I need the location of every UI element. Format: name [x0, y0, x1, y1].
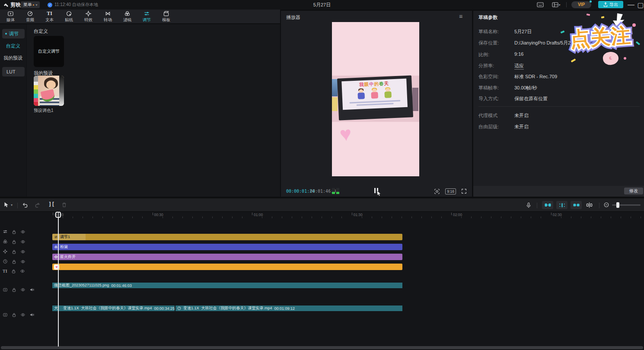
minimize-button[interactable]: — [627, 1, 635, 8]
audio-icon [27, 10, 33, 17]
eye-icon[interactable] [20, 249, 26, 254]
split-track-icon[interactable] [586, 202, 593, 208]
split-tool[interactable]: ][ [48, 201, 54, 207]
field-frame-rate: 草稿帧率:30.00帧/秒 [478, 85, 638, 92]
player-menu-icon[interactable]: ≡ [459, 13, 462, 20]
filter-clip[interactable]: 粉黛 [52, 244, 402, 250]
snap-toggle[interactable] [542, 201, 553, 209]
lock-icon[interactable] [12, 312, 16, 317]
video-clip-2[interactable]: 变速1.1X 大班社会《我眼中的春天》课堂实录.mp4 00:00:34:25 [59, 305, 175, 311]
tab-label: 特效 [84, 17, 92, 23]
speed-label: 变速1.1X [183, 305, 199, 311]
tab-sticker[interactable]: 贴纸 [59, 10, 79, 24]
timeline-ruler[interactable]: 00:0000:3001:0001:3002:0002:30 [0, 212, 644, 219]
tab-media[interactable]: 媒体 [1, 10, 20, 24]
lock-icon[interactable] [12, 239, 16, 244]
preview-axis-toggle[interactable] [556, 201, 567, 209]
sidebar-item-my-presets[interactable]: 我的预设 [3, 55, 22, 61]
tab-text[interactable]: TI 文本 [40, 10, 59, 24]
autosave-status: ✓ 11:12:40 自动保存本地 [48, 2, 98, 8]
preset-thumbnail[interactable] [34, 76, 64, 106]
timeline-zoom-slider[interactable] [612, 204, 641, 206]
shortcut-keyboard-icon[interactable] [536, 1, 545, 8]
focus-icon[interactable] [434, 188, 440, 194]
eye-icon[interactable] [20, 239, 26, 244]
tab-adjust[interactable]: 调节 [137, 10, 156, 24]
player-controls: 00:00:01:24 00:01:46:03 9:16 [281, 186, 472, 197]
field-resolution: 分辨率:适应 [478, 63, 638, 70]
sidebar-item-label: 调节 [9, 31, 19, 37]
tab-label: 滤镜 [123, 17, 131, 23]
speaker-icon[interactable] [29, 312, 35, 317]
effects-star-icon [54, 255, 58, 259]
vip-badge-dot [590, 0, 592, 3]
tab-label: 媒体 [6, 17, 15, 23]
voiceover-mic-icon[interactable] [526, 202, 532, 209]
field-color-space: 色彩空间:标准 SDR - Rec.709 [478, 73, 638, 80]
lock-icon[interactable] [11, 269, 16, 274]
speaker-icon[interactable] [29, 287, 35, 292]
png-clip-duration: 00:01:46:03 [111, 283, 132, 288]
sticker-clip[interactable]: ♥ [52, 264, 402, 270]
redo-button[interactable] [35, 202, 41, 208]
horizontal-scrollbar[interactable] [1, 346, 643, 349]
tab-effects[interactable]: 特效 [79, 10, 98, 24]
track-header-main-video [0, 312, 34, 317]
tab-audio[interactable]: 音频 [20, 10, 40, 24]
video-clip-1[interactable]: 大 [52, 305, 58, 311]
delete-button[interactable] [61, 202, 67, 208]
speed-icon [61, 306, 61, 310]
sidebar-item-lut[interactable]: LUT [2, 67, 25, 76]
field-save-location: 保存位置:D:/JianyingPro Drafts/5月2 [478, 40, 638, 47]
draft-params-footer: 修改 [473, 186, 644, 197]
cartoon-kids [342, 87, 407, 102]
sticker-track-icon [3, 259, 8, 264]
adjust-clip[interactable]: 调节1 [52, 234, 402, 240]
maximize-button[interactable]: ▢ [636, 1, 644, 8]
chevron-down-icon: ▾ [35, 3, 37, 7]
video-track-icon [3, 312, 8, 317]
select-tool[interactable]: ▾ [3, 202, 13, 208]
playhead[interactable] [58, 212, 59, 347]
timeline-toolbar: ▾ ][ [0, 198, 644, 212]
export-button[interactable]: 导出 [598, 1, 623, 8]
playhead-handle[interactable] [55, 212, 61, 218]
eye-icon[interactable] [20, 269, 25, 274]
fullscreen-icon[interactable] [461, 188, 467, 194]
custom-adjust-card[interactable]: 自定义调节 [34, 36, 64, 67]
eye-icon[interactable] [20, 312, 26, 317]
adjust-panel: 调节 自定义 我的预设 LUT 自定义 自定义调节 我的预设 预设调色1 [0, 24, 280, 197]
layout-switch-icon[interactable]: ▾ [550, 1, 563, 8]
vip-button[interactable]: VIP [571, 1, 591, 8]
effect-clip[interactable]: 星火炸开 [52, 254, 402, 260]
png-clip-name: 微信截图_20230527111025.png [54, 283, 109, 288]
eye-icon[interactable] [20, 287, 26, 292]
modify-button[interactable]: 修改 [624, 188, 643, 194]
video-clip-3[interactable]: 变速1.1X 大班社会《我眼中的春天》课堂实录.mp4 00:01:09:12 [175, 305, 402, 311]
link-toggle[interactable] [571, 201, 582, 209]
timeline: 00:0000:3001:0001:3002:0002:30 TI [0, 212, 644, 350]
menu-button[interactable]: 菜单 ▾ [21, 1, 40, 8]
lock-icon[interactable] [12, 249, 16, 254]
effect-clip-label: 星火炸开 [60, 254, 76, 260]
lock-icon[interactable] [12, 229, 16, 234]
sidebar-item-adjust[interactable]: 调节 [2, 29, 25, 38]
zoom-out-icon[interactable] [603, 202, 609, 208]
tab-templates[interactable]: 模板 [156, 10, 176, 24]
draft-params-panel: 草稿参数 草稿名称:5月27日 保存位置:D:/JianyingPro Draf… [473, 11, 644, 186]
eye-icon[interactable] [20, 229, 26, 234]
lock-icon[interactable] [12, 287, 16, 292]
audio-level-meter [332, 188, 339, 194]
undo-button[interactable] [22, 202, 28, 208]
eye-icon[interactable] [20, 259, 26, 264]
aspect-ratio-button[interactable]: 9:16 [445, 188, 456, 194]
adjust-clip-highlight [52, 234, 86, 240]
effects-star-icon [85, 10, 92, 17]
tab-filters[interactable]: 滤镜 [118, 10, 137, 24]
zoom-slider-knob[interactable] [616, 202, 619, 208]
lock-icon[interactable] [12, 259, 16, 264]
png-clip[interactable]: 微信截图_20230527111025.png 00:01:46:03 [52, 283, 402, 288]
sidebar-item-custom[interactable]: 自定义 [6, 43, 20, 49]
tab-label: 模板 [162, 17, 170, 23]
tab-transitions[interactable]: 转场 [98, 10, 118, 24]
